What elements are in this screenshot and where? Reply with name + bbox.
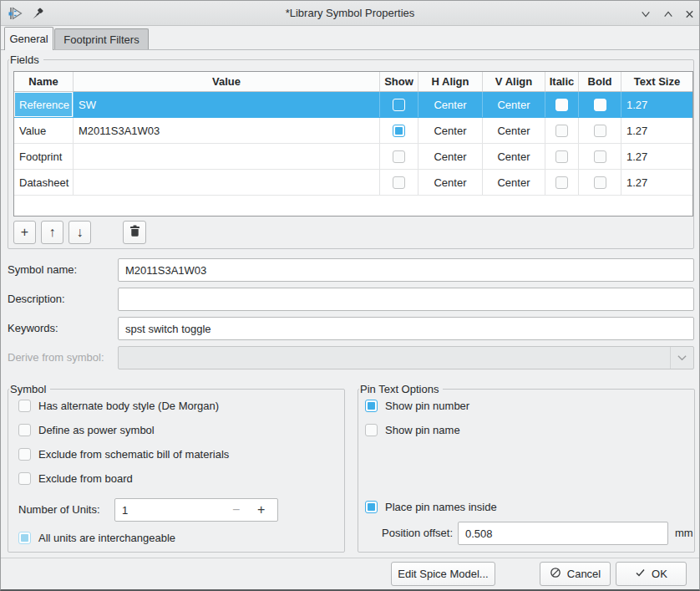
cell-bold-checkbox[interactable] bbox=[579, 118, 621, 143]
pin-text-options-label: Pin Text Options bbox=[359, 382, 443, 396]
cell-valign[interactable]: Center bbox=[483, 170, 545, 195]
description-input[interactable] bbox=[118, 288, 694, 311]
italic-checkbox[interactable] bbox=[555, 99, 568, 111]
field-row-footprint[interactable]: Footprint Center Center 1.27 bbox=[14, 144, 692, 170]
cell-value[interactable] bbox=[74, 170, 380, 195]
ok-button[interactable]: OK bbox=[616, 562, 687, 586]
cell-valign[interactable]: Center bbox=[483, 144, 545, 169]
add-field-button[interactable]: + bbox=[13, 221, 36, 244]
cell-italic-checkbox[interactable] bbox=[545, 92, 579, 117]
bold-checkbox[interactable] bbox=[594, 125, 606, 137]
shade-up-icon[interactable] bbox=[661, 8, 676, 20]
exclude-board-checkbox[interactable] bbox=[18, 472, 31, 485]
italic-checkbox[interactable] bbox=[555, 125, 568, 137]
tab-general[interactable]: General bbox=[4, 27, 53, 50]
place-pin-names-inside-row[interactable]: Place pin names inside bbox=[365, 501, 497, 513]
cell-textsize[interactable]: 1.27 bbox=[621, 118, 692, 143]
position-offset-input[interactable] bbox=[458, 522, 668, 545]
description-label: Description: bbox=[8, 288, 65, 311]
keywords-input[interactable] bbox=[118, 317, 694, 340]
symbol-name-input[interactable] bbox=[118, 258, 694, 282]
exclude-board-checkbox-row[interactable]: Exclude from board bbox=[18, 472, 133, 485]
cell-textsize[interactable]: 1.27 bbox=[621, 92, 692, 117]
decrement-button[interactable]: − bbox=[232, 502, 240, 517]
cell-italic-checkbox[interactable] bbox=[545, 144, 579, 169]
close-icon[interactable] bbox=[682, 8, 697, 20]
keywords-label: Keywords: bbox=[8, 317, 58, 340]
cell-textsize[interactable]: 1.27 bbox=[621, 144, 692, 169]
cell-show-checkbox[interactable] bbox=[380, 170, 418, 195]
cell-halign[interactable]: Center bbox=[418, 144, 483, 169]
cell-bold-checkbox[interactable] bbox=[579, 144, 621, 169]
cell-italic-checkbox[interactable] bbox=[545, 118, 579, 143]
alternate-body-style-checkbox[interactable] bbox=[18, 400, 31, 412]
power-symbol-checkbox-row[interactable]: Define as power symbol bbox=[18, 424, 155, 436]
number-of-units-input[interactable] bbox=[114, 498, 278, 522]
delete-field-button[interactable] bbox=[123, 221, 146, 244]
exclude-bom-checkbox-row[interactable]: Exclude from schematic bill of materials bbox=[18, 448, 229, 461]
cell-show-checkbox[interactable] bbox=[380, 118, 418, 143]
field-row-datasheet[interactable]: Datasheet Center Center 1.27 bbox=[14, 170, 692, 196]
cell-valign[interactable]: Center bbox=[483, 92, 545, 117]
col-header-italic: Italic bbox=[545, 72, 579, 91]
cell-name[interactable]: Datasheet bbox=[14, 170, 74, 195]
place-pin-names-inside-checkbox[interactable] bbox=[365, 501, 378, 513]
show-pin-name-row[interactable]: Show pin name bbox=[365, 424, 460, 436]
bold-checkbox[interactable] bbox=[594, 150, 606, 163]
increment-button[interactable]: + bbox=[257, 502, 265, 517]
place-pin-names-inside-label: Place pin names inside bbox=[385, 501, 497, 513]
symbol-group-label: Symbol bbox=[9, 382, 50, 396]
trash-icon bbox=[129, 225, 140, 241]
cell-show-checkbox[interactable] bbox=[380, 144, 418, 169]
cell-value[interactable]: SW bbox=[74, 92, 380, 117]
cell-textsize[interactable]: 1.27 bbox=[621, 170, 692, 195]
symbol-group: Symbol Has alternate body style (De Morg… bbox=[8, 389, 345, 553]
position-offset-label: Position offset: bbox=[382, 522, 453, 545]
cell-show-checkbox[interactable] bbox=[380, 92, 418, 117]
shade-down-icon[interactable] bbox=[638, 8, 653, 20]
move-field-down-button[interactable]: ↓ bbox=[68, 221, 91, 244]
exclude-bom-checkbox[interactable] bbox=[18, 448, 31, 461]
cell-italic-checkbox[interactable] bbox=[545, 170, 579, 195]
fields-table-header: Name Value Show H Align V Align Italic B… bbox=[14, 72, 692, 92]
italic-checkbox[interactable] bbox=[555, 176, 568, 189]
cell-halign[interactable]: Center bbox=[418, 170, 483, 195]
cell-bold-checkbox[interactable] bbox=[579, 170, 621, 195]
field-row-reference[interactable]: Reference SW Center Center 1.27 bbox=[14, 92, 692, 118]
cancel-icon bbox=[550, 567, 561, 581]
titlebar[interactable]: *Library Symbol Properties bbox=[1, 1, 699, 26]
alternate-body-style-checkbox-row[interactable]: Has alternate body style (De Morgan) bbox=[18, 400, 219, 412]
cell-value[interactable]: M2011S3A1W03 bbox=[74, 118, 380, 143]
cell-name[interactable]: Reference bbox=[14, 92, 74, 117]
bold-checkbox[interactable] bbox=[594, 176, 606, 189]
bold-checkbox[interactable] bbox=[594, 99, 606, 111]
show-checkbox[interactable] bbox=[393, 99, 405, 111]
cell-halign[interactable]: Center bbox=[418, 92, 483, 117]
cell-bold-checkbox[interactable] bbox=[579, 92, 621, 117]
col-header-show: Show bbox=[380, 72, 418, 91]
show-pin-number-row[interactable]: Show pin number bbox=[365, 400, 469, 412]
show-pin-name-checkbox[interactable] bbox=[365, 424, 378, 436]
window-title: *Library Symbol Properties bbox=[1, 1, 699, 26]
cell-value[interactable] bbox=[74, 144, 380, 169]
all-units-interchangeable-label: All units are interchangeable bbox=[38, 532, 175, 544]
tab-footprint-filters[interactable]: Footprint Filters bbox=[54, 28, 149, 50]
cell-valign[interactable]: Center bbox=[483, 118, 545, 143]
show-pin-number-checkbox[interactable] bbox=[365, 400, 378, 412]
edit-spice-model-button[interactable]: Edit Spice Model... bbox=[391, 562, 495, 586]
field-row-value[interactable]: Value M2011S3A1W03 Center Center 1.27 bbox=[14, 118, 692, 144]
cancel-label: Cancel bbox=[567, 568, 601, 580]
cell-name[interactable]: Footprint bbox=[14, 144, 74, 169]
cell-halign[interactable]: Center bbox=[418, 118, 483, 143]
fields-table[interactable]: Name Value Show H Align V Align Italic B… bbox=[13, 71, 693, 217]
cancel-button[interactable]: Cancel bbox=[540, 562, 611, 586]
cell-name[interactable]: Value bbox=[14, 118, 74, 143]
fields-group-label: Fields bbox=[9, 53, 43, 67]
edit-spice-model-label: Edit Spice Model... bbox=[398, 568, 488, 580]
move-field-up-button[interactable]: ↑ bbox=[41, 221, 63, 244]
show-checkbox[interactable] bbox=[393, 125, 405, 137]
show-checkbox[interactable] bbox=[393, 150, 405, 163]
show-checkbox[interactable] bbox=[393, 176, 405, 189]
italic-checkbox[interactable] bbox=[555, 150, 568, 163]
power-symbol-checkbox[interactable] bbox=[18, 424, 31, 436]
